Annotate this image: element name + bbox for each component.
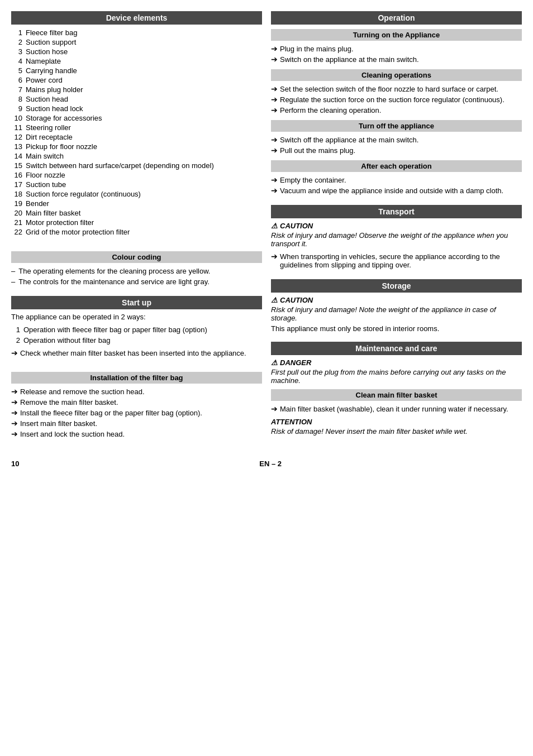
list-item: 2Operation without filter bag bbox=[11, 335, 262, 346]
list-item: –The operating elements for the cleaning… bbox=[11, 266, 262, 276]
transport-header: Transport bbox=[271, 205, 522, 218]
list-item: ➔Pull out the mains plug. bbox=[271, 145, 522, 156]
filter-bag-header: Installation of the filter bag bbox=[11, 372, 262, 384]
list-item: ➔Perform the cleaning operation. bbox=[271, 105, 522, 116]
storage-caution-text: Risk of injury and damage! Note the weig… bbox=[271, 305, 522, 322]
turn-off-list: ➔Switch off the appliance at the main sw… bbox=[271, 135, 522, 156]
colour-coding-header: Colour coding bbox=[11, 251, 262, 263]
list-item: 22Grid of the motor protection filter bbox=[11, 227, 262, 237]
list-item: ➔Vacuum and wipe the appliance inside an… bbox=[271, 185, 522, 196]
list-item: 4Nameplate bbox=[11, 56, 262, 66]
list-item: 12Dirt receptacle bbox=[11, 132, 262, 142]
clean-filter-steps-list: ➔Main filter basket (washable), clean it… bbox=[271, 404, 522, 414]
list-item: ➔Release and remove the suction head. bbox=[11, 386, 262, 397]
attention-text: Risk of damage! Never insert the main fi… bbox=[271, 427, 522, 436]
colour-coding-list: –The operating elements for the cleaning… bbox=[11, 266, 262, 287]
caution-triangle-icon: ⚠ bbox=[271, 222, 278, 230]
list-item: 17Suction tube bbox=[11, 180, 262, 189]
list-item: ➔Check whether main filter basket has be… bbox=[11, 348, 262, 358]
storage-normal-text: This appliance must only be stored in in… bbox=[271, 324, 522, 333]
list-item: 3Suction hose bbox=[11, 47, 262, 56]
list-item: 13Pickup for floor nozzle bbox=[11, 142, 262, 151]
list-item: 16Floor nozzle bbox=[11, 170, 262, 180]
turning-on-subheader: Turning on the Appliance bbox=[271, 29, 522, 41]
list-item: ➔Main filter basket (washable), clean it… bbox=[271, 404, 522, 414]
transport-caution: ⚠ CAUTION Risk of injury and damage! Obs… bbox=[271, 222, 522, 248]
list-item: ➔Empty the container. bbox=[271, 175, 522, 185]
list-item: 19Bender bbox=[11, 199, 262, 208]
list-item: 20Main filter basket bbox=[11, 208, 262, 218]
list-item: –The controls for the maintenance and se… bbox=[11, 276, 262, 287]
danger-triangle-icon: ⚠ bbox=[271, 358, 278, 367]
storage-header: Storage bbox=[271, 279, 522, 293]
cleaning-ops-list: ➔Set the selection switch of the floor n… bbox=[271, 84, 522, 116]
list-item: 6Power cord bbox=[11, 75, 262, 85]
start-up-intro: The appliance can be operated in 2 ways: bbox=[11, 313, 262, 321]
list-item: 15Switch between hard surface/carpet (de… bbox=[11, 161, 262, 170]
maintenance-header: Maintenance and care bbox=[271, 342, 522, 355]
list-item: ➔Insert and lock the suction head. bbox=[11, 429, 262, 439]
list-item: 11Steering roller bbox=[11, 123, 262, 132]
list-item: ➔Regulate the suction force on the sucti… bbox=[271, 94, 522, 105]
list-item: ➔Plug in the mains plug. bbox=[271, 44, 522, 54]
list-item: 1Operation with fleece filter bag or pap… bbox=[11, 324, 262, 335]
filter-bag-steps-list: ➔Release and remove the suction head. ➔R… bbox=[11, 386, 262, 439]
maintenance-danger-text: First pull out the plug from the mains b… bbox=[271, 368, 522, 385]
startup-check-list: ➔Check whether main filter basket has be… bbox=[11, 348, 262, 358]
attention-title: ATTENTION bbox=[271, 418, 522, 426]
list-item: 10Storage for accessories bbox=[11, 113, 262, 123]
clean-filter-subheader: Clean main filter basket bbox=[271, 389, 522, 401]
list-item: ➔Remove the main filter basket. bbox=[11, 397, 262, 408]
list-item: ➔Install the fleece filter bag or the pa… bbox=[11, 408, 262, 418]
turn-off-subheader: Turn off the appliance bbox=[271, 120, 522, 132]
list-item: 21Motor protection filter bbox=[11, 218, 262, 227]
list-item: 9Suction head lock bbox=[11, 104, 262, 113]
transport-caution-title: ⚠ CAUTION bbox=[271, 222, 522, 230]
device-elements-header: Device elements bbox=[11, 11, 262, 25]
list-item: ➔Insert main filter basket. bbox=[11, 418, 262, 429]
storage-caution: ⚠ CAUTION Risk of injury and damage! Not… bbox=[271, 296, 522, 333]
list-item: ➔Set the selection switch of the floor n… bbox=[271, 84, 522, 94]
transport-caution-text: Risk of injury and damage! Observe the w… bbox=[271, 231, 522, 248]
list-item: 14Main switch bbox=[11, 151, 262, 161]
list-item: ➔Switch off the appliance at the main sw… bbox=[271, 135, 522, 145]
page-number-center: EN – 2 bbox=[259, 460, 282, 468]
list-item: 2Suction support bbox=[11, 37, 262, 47]
list-item: ➔Switch on the appliance at the main swi… bbox=[271, 54, 522, 65]
startup-modes-list: 1Operation with fleece filter bag or pap… bbox=[11, 324, 262, 346]
maintenance-danger: ⚠ DANGER First pull out the plug from th… bbox=[271, 358, 522, 385]
list-item: ➔When transporting in vehicles, secure t… bbox=[271, 251, 522, 270]
start-up-header: Start up bbox=[11, 296, 262, 309]
after-each-list: ➔Empty the container. ➔Vacuum and wipe t… bbox=[271, 175, 522, 196]
list-item: 7Mains plug holder bbox=[11, 85, 262, 94]
list-item: 1Fleece filter bag bbox=[11, 28, 262, 37]
maintenance-danger-title: ⚠ DANGER bbox=[271, 358, 522, 367]
list-item: 18Suction force regulator (continuous) bbox=[11, 189, 262, 199]
list-item: 8Suction head bbox=[11, 94, 262, 104]
transport-steps-list: ➔When transporting in vehicles, secure t… bbox=[271, 251, 522, 270]
turning-on-list: ➔Plug in the mains plug. ➔Switch on the … bbox=[271, 44, 522, 65]
page-number-left: 10 bbox=[11, 460, 19, 468]
storage-caution-title: ⚠ CAUTION bbox=[271, 296, 522, 304]
device-elements-list: 1Fleece filter bag 2Suction support 3Suc… bbox=[11, 28, 262, 237]
after-each-subheader: After each operation bbox=[271, 160, 522, 172]
operation-header: Operation bbox=[271, 11, 522, 25]
list-item: 5Carrying handle bbox=[11, 66, 262, 75]
cleaning-ops-subheader: Cleaning operations bbox=[271, 69, 522, 81]
caution-triangle-icon2: ⚠ bbox=[271, 296, 278, 304]
